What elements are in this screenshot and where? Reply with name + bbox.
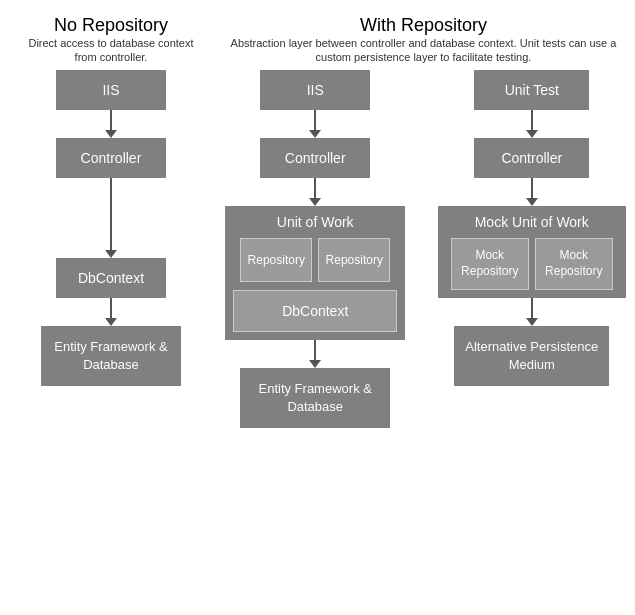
col1-bottom-box: Entity Framework & Database	[41, 326, 181, 386]
col1-arrow-3-line	[110, 298, 112, 318]
col3-arrow-2-head	[526, 198, 538, 206]
col3-muow-title: Mock Unit of Work	[446, 214, 618, 230]
col2-uow-container: Unit of Work Repository Repository DbCon…	[225, 206, 405, 340]
col2-arrow-2	[309, 178, 321, 206]
col1-iis-label: IIS	[102, 82, 119, 98]
col2-uow-title: Unit of Work	[233, 214, 397, 230]
col1-arrow-2	[105, 178, 117, 258]
col2-repo1-label: Repository	[248, 253, 305, 267]
col3-arrow-3-head	[526, 318, 538, 326]
col1-dbcontext-box: DbContext	[56, 258, 166, 298]
col3-controller-label: Controller	[501, 150, 562, 166]
col3: Unit Test Controller Mock Unit of Work	[423, 70, 635, 428]
col2-iis-box: IIS	[260, 70, 370, 110]
with-repo-desc: Abstraction layer between controller and…	[212, 36, 635, 65]
col1-arrow-3-head	[105, 318, 117, 326]
col3-unittest-label: Unit Test	[505, 82, 559, 98]
col2-arrow-3	[309, 340, 321, 368]
col1-dbcontext-label: DbContext	[78, 270, 144, 286]
col2-repo1-box: Repository	[240, 238, 312, 282]
col2-iis-label: IIS	[307, 82, 324, 98]
no-repo-title: No Repository	[20, 15, 202, 36]
col2-arrow-1-head	[309, 130, 321, 138]
col2-arrow-2-head	[309, 198, 321, 206]
col2-bottom-box: Entity Framework & Database	[240, 368, 390, 428]
col1-arrow-2-head	[105, 250, 117, 258]
col2-controller-label: Controller	[285, 150, 346, 166]
section-headers: No Repository Direct access to database …	[10, 10, 635, 70]
col1-arrow-3	[105, 298, 117, 326]
col2: IIS Controller Unit of Work	[207, 70, 424, 428]
col3-repo1-label: Mock Repository	[460, 248, 520, 279]
col2-repos-row: Repository Repository	[233, 238, 397, 282]
col3-arrow-1-head	[526, 130, 538, 138]
col1-arrow-2-line	[110, 178, 112, 250]
col2-dbcontext-box: DbContext	[233, 290, 397, 332]
col2-bottom-label: Entity Framework & Database	[259, 381, 372, 414]
col3-repo2-label: Mock Repository	[544, 248, 604, 279]
col2-arrow-3-head	[309, 360, 321, 368]
no-repo-section-header: No Repository Direct access to database …	[15, 10, 207, 70]
col3-arrow-1	[526, 110, 538, 138]
col3-arrow-1-line	[531, 110, 533, 130]
col2-arrow-3-line	[314, 340, 316, 360]
col2-dbcontext-label: DbContext	[282, 303, 348, 319]
col2-arrow-1	[309, 110, 321, 138]
col2-arrow-1-line	[314, 110, 316, 130]
col3-bottom-label: Alternative Persistence Medium	[465, 339, 598, 372]
col2-repo2-label: Repository	[326, 253, 383, 267]
col3-controller-box: Controller	[474, 138, 589, 178]
col1-arrow-1	[105, 110, 117, 138]
col3-muow-container: Mock Unit of Work Mock Repository Mock R…	[438, 206, 626, 298]
with-repo-section-header: With Repository Abstraction layer betwee…	[207, 10, 635, 70]
col1-bottom-label: Entity Framework & Database	[54, 339, 167, 372]
col3-bottom-box: Alternative Persistence Medium	[454, 326, 609, 386]
col3-arrow-2	[526, 178, 538, 206]
col3-repo2-box: Mock Repository	[535, 238, 613, 290]
diagram-container: No Repository Direct access to database …	[0, 0, 635, 615]
col1-arrow-1-line	[110, 110, 112, 130]
col3-repos-row: Mock Repository Mock Repository	[446, 238, 618, 290]
col1-controller-label: Controller	[81, 150, 142, 166]
col3-repo1-box: Mock Repository	[451, 238, 529, 290]
col1-iis-box: IIS	[56, 70, 166, 110]
no-repo-desc: Direct access to database context from c…	[20, 36, 202, 65]
col2-controller-box: Controller	[260, 138, 370, 178]
main-columns: IIS Controller DbContext	[10, 70, 635, 428]
col3-arrow-3	[526, 298, 538, 326]
col3-arrow-2-line	[531, 178, 533, 198]
col1-controller-box: Controller	[56, 138, 166, 178]
col2-arrow-2-line	[314, 178, 316, 198]
col2-repo2-box: Repository	[318, 238, 390, 282]
col1-arrow-1-head	[105, 130, 117, 138]
col3-unittest-box: Unit Test	[474, 70, 589, 110]
with-repo-title: With Repository	[212, 15, 635, 36]
col3-arrow-3-line	[531, 298, 533, 318]
col1: IIS Controller DbContext	[15, 70, 207, 428]
